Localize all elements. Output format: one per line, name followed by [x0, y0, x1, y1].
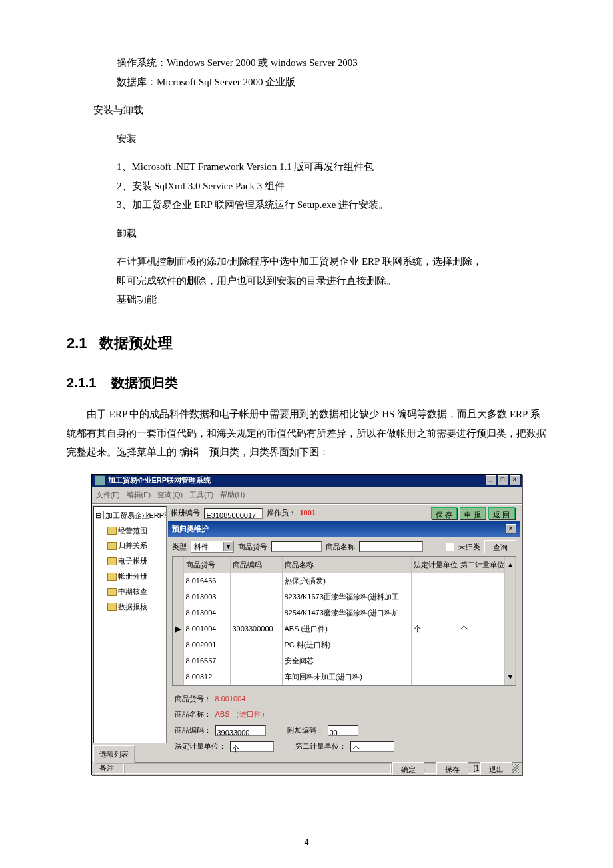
folder-icon: [107, 542, 117, 550]
detail-u2-input[interactable]: 个: [350, 741, 394, 752]
unclassified-checkbox[interactable]: [446, 543, 454, 551]
grid-header: 商品编码: [230, 557, 282, 573]
cell-hs: [230, 573, 282, 589]
exit-button[interactable]: 退出: [480, 762, 512, 775]
tree-item-1[interactable]: 归并关系: [94, 538, 166, 553]
type-dropdown[interactable]: 料件 ▼: [191, 541, 234, 553]
menu-edit[interactable]: 编辑(E): [127, 488, 151, 502]
tree-item-5[interactable]: 数据报核: [94, 599, 166, 615]
scrollbar-track[interactable]: [504, 589, 515, 605]
detail-u1-label: 法定计量单位：: [175, 739, 226, 753]
cell-u2: [458, 605, 504, 621]
uninstall-p2: 即可完成软件的删除，用户也可以到安装的目录进行直接删除。: [117, 271, 546, 291]
book-value: E31085000017: [204, 508, 263, 519]
query-button[interactable]: 查询: [484, 540, 516, 553]
scroll-up-button[interactable]: ▲: [504, 557, 515, 573]
save-button[interactable]: 保 存: [431, 507, 457, 519]
cell-name: 8233/K1673面漆华福涂料(进料加工: [282, 589, 411, 605]
app-icon: [95, 475, 105, 486]
menu-file[interactable]: 文件(F): [96, 488, 120, 502]
detail-code-label: 商品货号：: [175, 692, 211, 706]
row-selector[interactable]: [173, 637, 183, 653]
row-selector[interactable]: ▶: [173, 621, 183, 637]
scroll-down-button[interactable]: ▼: [504, 669, 515, 685]
tree-item-label: 经营范围: [118, 524, 147, 538]
scrollbar-track[interactable]: [504, 605, 515, 621]
table-row[interactable]: 8.002001PC 料(进口料): [173, 637, 515, 653]
step-2: 2、安装 SqlXml 3.0 Service Pack 3 组件: [117, 177, 546, 196]
detail-ext-label: 附加编码：: [287, 723, 324, 737]
row-selector[interactable]: [173, 669, 183, 685]
tree-item-4[interactable]: 中期核查: [94, 584, 166, 599]
cell-code: 8.013004: [183, 605, 230, 621]
detail-hs-label: 商品编码：: [175, 723, 211, 737]
scrollbar-track[interactable]: [504, 573, 515, 589]
scrollbar-track[interactable]: [504, 653, 515, 669]
table-row[interactable]: 8.0130048254/K1473磨漆华福涂料(进口料加: [173, 605, 515, 621]
back-button[interactable]: 返 回: [488, 507, 514, 519]
cell-u2: [458, 653, 504, 669]
cell-u1: [411, 605, 458, 621]
cell-code: 8.013003: [183, 589, 230, 605]
ok-button[interactable]: 确定: [392, 762, 424, 775]
step-1: 1、Microsoft .NET Framework Version 1.1 版…: [117, 157, 546, 177]
tree-item-label: 中期核查: [118, 585, 147, 599]
cell-u1: 个: [411, 621, 458, 637]
menu-tool[interactable]: 工具(T): [189, 488, 213, 502]
tree-item-0[interactable]: 经营范围: [94, 523, 166, 539]
tree-panel: ⊟ 加工贸易企业ERP联网 经营范围归并关系电子帐册帐册分册中期核查数据报核: [93, 506, 167, 743]
cell-name: ABS (进口件): [282, 621, 411, 637]
tree-item-2[interactable]: 电子帐册: [94, 553, 166, 569]
table-row[interactable]: 8.016456热保护(插发): [173, 573, 515, 589]
section-title: 数据预处理: [99, 335, 173, 351]
cell-hs: [230, 669, 282, 685]
folder-icon: [107, 557, 117, 565]
cell-code: 8.001004: [183, 621, 230, 637]
folder-icon: [103, 511, 104, 519]
menu-query[interactable]: 查询(Q): [157, 488, 183, 502]
tree-item-label: 数据报核: [118, 600, 147, 614]
tree-item-3[interactable]: 帐册分册: [94, 569, 166, 584]
detail-hs-input[interactable]: 39033000: [215, 725, 266, 736]
row-selector[interactable]: [173, 589, 183, 605]
tab-options[interactable]: 选项列表: [93, 745, 135, 763]
menu-help[interactable]: 帮助(H): [220, 488, 245, 502]
detail-u1-input[interactable]: 个: [230, 741, 274, 752]
cell-name: 8254/K1473磨漆华福涂料(进口料加: [282, 605, 411, 621]
minimize-button[interactable]: _: [486, 475, 496, 485]
save-button-2[interactable]: 保存: [436, 762, 468, 775]
maximize-button[interactable]: □: [498, 475, 508, 485]
detail-u2-label: 第二计量单位：: [295, 739, 346, 753]
cell-name: 车间回料未加工(进口料): [282, 669, 411, 685]
grid-header: [173, 557, 183, 573]
panel-close-button[interactable]: ×: [506, 524, 516, 534]
cell-u1: [411, 637, 458, 653]
row-selector[interactable]: [173, 605, 183, 621]
table-row[interactable]: ▶8.0010043903300000ABS (进口件)个个: [173, 621, 515, 637]
declare-button[interactable]: 申 报: [460, 507, 486, 519]
folder-icon: [107, 603, 117, 611]
tree-root[interactable]: ⊟ 加工贸易企业ERP联网: [94, 508, 166, 523]
titlebar: 加工贸易企业ERP联网管理系统 _ □ ×: [92, 475, 522, 487]
row-selector[interactable]: [173, 573, 183, 589]
cell-code: 8.016456: [183, 573, 230, 589]
row-selector[interactable]: [173, 653, 183, 669]
cell-code: 8.002001: [183, 637, 230, 653]
detail-ext-input[interactable]: 00: [328, 725, 358, 736]
table-row[interactable]: 8.0130038233/K1673面漆华福涂料(进料加工: [173, 589, 515, 605]
cell-u1: [411, 589, 458, 605]
cell-hs: 3903300000: [230, 621, 282, 637]
body-paragraph: 由于 ERP 中的成品料件数据和电子帐册中需要用到的数据相比缺少 HS 编码等数…: [67, 405, 546, 462]
cell-name: PC 料(进口料): [282, 637, 411, 653]
cell-name: 安全阀芯: [282, 653, 411, 669]
scrollbar-track[interactable]: [504, 637, 515, 653]
name-input[interactable]: [359, 541, 423, 552]
scrollbar-track[interactable]: [504, 621, 515, 637]
table-row[interactable]: 8.00312车间回料未加工(进口料)▼: [173, 669, 515, 685]
subsection-num: 2.1.1: [67, 375, 96, 390]
table-row[interactable]: 8.016557安全阀芯: [173, 653, 515, 669]
close-button[interactable]: ×: [510, 475, 520, 485]
book-label: 帐册编号: [171, 506, 200, 520]
cell-u1: [411, 669, 458, 685]
code-input[interactable]: [271, 541, 322, 552]
